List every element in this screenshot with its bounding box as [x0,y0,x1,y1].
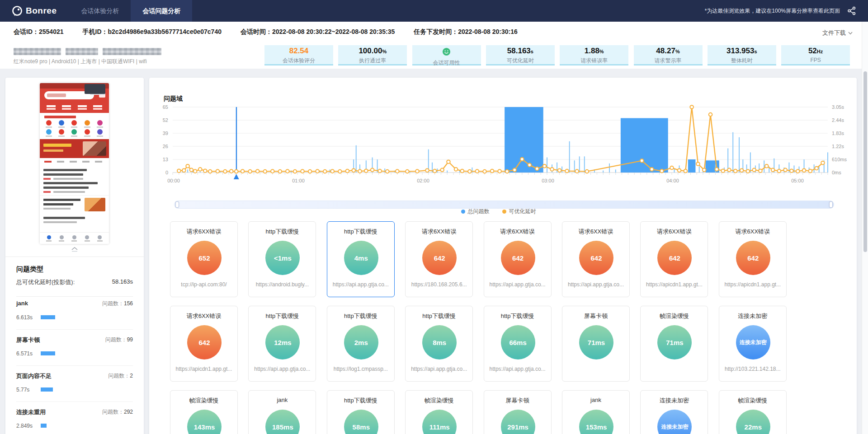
mosaic-block [14,48,61,55]
mosaic-block [103,48,161,55]
slider-handle-left[interactable] [175,201,179,208]
metric-label: FPS [781,57,850,63]
problem-card[interactable]: http下载缓慢12mshttps://api.app.gtja.co... [248,306,316,382]
problem-card[interactable]: 连接未加密连接未加密http://103.221.142.18... [719,306,787,382]
problem-type-item-jank[interactable]: jank问题数：1566.613s [16,294,133,330]
problem-card-value-circle: 642 [422,241,457,275]
problem-type-title: 问题类型 [16,265,43,274]
problem-card[interactable]: http下载缓慢<1mshttps://android.bugly... [248,221,316,297]
left-sidebar: 问题类型 总可优化延时(投影值): 58.163s jank问题数：1566.6… [5,78,144,434]
metric-card-FPS: 52HzFPS [781,45,850,65]
problem-card[interactable]: 请求6XX错误642https://apicdn1.app.gt... [170,306,238,382]
problem-card[interactable]: 请求6XX错误642https://api.app.gtja.co... [484,221,552,297]
smiley-icon [442,47,451,56]
problem-card-title: 请求6XX错误 [719,228,786,236]
slider-handle-right[interactable] [829,201,833,208]
problem-card-url: http://103.221.142.18... [723,366,783,372]
metric-value: 48.27% [634,46,703,56]
problem-card[interactable]: http下载缓慢66mshttps://api.app.gtja.co... [484,306,552,382]
problem-card-url: https://apicdn1.app.gt... [723,281,783,288]
problem-card-url: https://api.app.gtja.co... [331,281,391,288]
problem-card-value-circle: 22ms [736,410,770,434]
session-id: 会话ID：2554021 [14,28,64,36]
problem-type-count: 问题数：99 [105,336,133,344]
problem-card[interactable]: http下载缓慢58ms [327,390,395,434]
problem-type-item-屏幕卡顿[interactable]: 屏幕卡顿问题数：996.571s [16,330,133,366]
problem-card-title: 请求6XX错误 [170,228,237,236]
problem-card[interactable]: http下载缓慢4mshttps://api.app.gtja.co... [327,221,395,297]
session-info-bar: 会话ID：2554021 手机ID：b2c2d4986e9a33b5677714… [0,22,868,69]
problem-card-value-circle: 连接未加密 [657,410,692,434]
svg-text:1.22s: 1.22s [832,144,844,149]
divider [5,257,144,257]
problem-card[interactable]: http下载缓慢8mshttps://api.app.gtja.co... [405,306,473,382]
metric-value: 58.163s [486,46,555,56]
article-image [85,198,105,211]
legend-optimizable-delay[interactable]: 可优化延时 [502,208,536,215]
legend-total-problems[interactable]: 总问题数 [461,208,490,215]
metric-value: 52Hz [781,46,850,56]
time-range-slider[interactable] [174,201,834,209]
problem-card[interactable]: 请求6XX错误642https://apicdn1.app.gt... [719,221,787,297]
problem-card-value-circle: 153ms [579,410,613,434]
problem-card[interactable]: 帧渲染缓慢22ms [719,390,787,434]
problem-card-title: 屏幕卡顿 [562,312,629,320]
problem-type-item-页面内容不足[interactable]: 页面内容不足问题数：25.77s [16,366,133,402]
session-time: 会话时间：2022-08-08 20:30:22~2022-08-08 20:3… [241,28,395,36]
problem-type-count: 问题数：292 [102,408,133,416]
problem-card-value-circle: 642 [501,241,535,275]
page-scrollbar[interactable] [862,22,868,434]
svg-text:01:00: 01:00 [292,178,305,183]
problem-card[interactable]: 帧渲染缓慢111ms [405,390,473,434]
problem-card[interactable]: 请求6XX错误642https://apicdn1.app.gt... [640,221,708,297]
problem-card-url: https://apicdn1.app.gt... [644,281,704,288]
problem-card[interactable]: 连接未加密连接未加密 [640,390,708,434]
problem-card[interactable]: http下载缓慢2mshttps://log1.cmpassp... [327,306,395,382]
problem-card[interactable]: 帧渲染缓慢71ms [640,306,708,382]
problem-type-name: 连接未重用 [16,408,46,416]
problem-card-value-circle: 185ms [265,410,300,434]
logo-text: Bonree [26,6,57,16]
news-dark-image [85,84,105,94]
problem-domain-chart[interactable]: 013263952650ms610ms1.22s1.83s2.44s3.05s0… [154,96,852,201]
phone-screenshot[interactable] [40,83,109,244]
bonree-logo-icon [12,5,23,16]
resolution-notice: *为达最佳浏览效果，建议在100%屏幕分辨率查看此页面 [705,0,840,22]
problem-card[interactable]: 请求6XX错误642https://180.168.205.6... [405,221,473,297]
problem-type-item-连接未重用[interactable]: 连接未重用问题数：2922.849s [16,402,133,434]
tab-session-experience[interactable]: 会话体验分析 [69,0,131,22]
problem-card-title: 请求6XX错误 [641,228,708,236]
problem-card[interactable]: 请求6XX错误642https://api.app.gtja.co... [562,221,630,297]
problem-card-value-circle: 111ms [422,410,457,434]
problem-card[interactable]: 帧渲染缓慢143ms [170,390,238,434]
problem-card-title: 屏幕卡顿 [484,397,551,405]
legend-dot-blue [461,210,465,214]
problem-card-value-circle: 642 [579,241,613,275]
problem-type-duration: 2.849s [16,423,33,429]
metric-card-会话可用性: 会话可用性 [412,45,481,65]
problem-type-duration: 6.613s [16,314,33,321]
problem-card-url: https://180.168.205.6... [409,281,469,288]
problem-card[interactable]: jank153ms [562,390,630,434]
problem-card[interactable]: jank185ms [248,390,316,434]
collapse-icon[interactable] [71,246,79,254]
problem-type-bar [41,387,53,392]
tab-session-problem[interactable]: 会话问题分析 [131,0,192,22]
problem-card-title: http下载缓慢 [327,228,394,236]
svg-text:39: 39 [163,131,168,136]
problem-type-name: 页面内容不足 [16,372,52,380]
share-icon[interactable] [847,6,856,15]
problem-card[interactable]: 屏幕卡顿291ms [484,390,552,434]
scrollbar-thumb[interactable] [863,71,867,252]
file-download-button[interactable]: 文件下载 [822,29,853,37]
metric-card-会话体验评分: 82.54会话体验评分 [264,45,333,65]
problem-card-title: 请求6XX错误 [562,228,629,236]
metric-label: 会话可用性 [412,59,481,67]
problem-card[interactable]: 请求6XX错误652tcp://ip-api.com:80/ [170,221,238,297]
problem-card-title: http下载缓慢 [249,228,316,236]
problem-card[interactable]: 屏幕卡顿71ms [562,306,630,382]
top-navbar: Bonree 会话体验分析 会话问题分析 *为达最佳浏览效果，建议在100%屏幕… [0,0,868,22]
problem-card-value-circle: 71ms [579,325,613,359]
censored-device-name [14,48,161,55]
problem-card-title: http下载缓慢 [249,312,316,320]
